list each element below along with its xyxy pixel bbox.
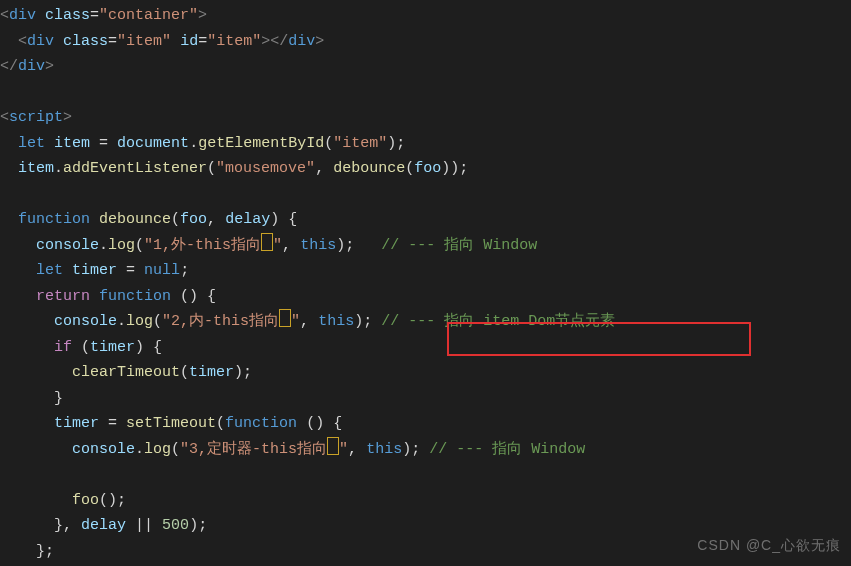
code-block: <div class="container"> <div class="item… [0,0,851,566]
invalid-char-box [261,233,273,251]
invalid-char-box [327,437,339,455]
invalid-char-box [279,309,291,327]
